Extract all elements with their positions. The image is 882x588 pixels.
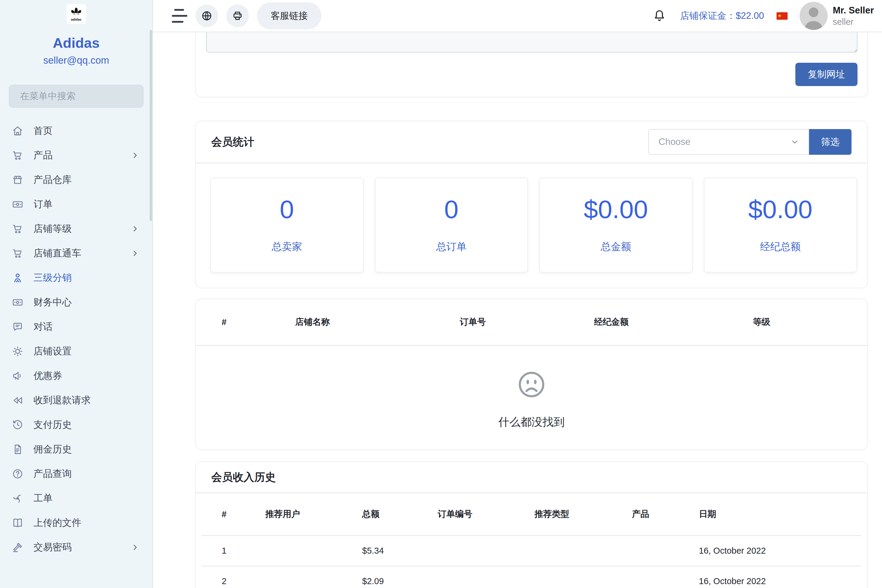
income-table-row: 1$5.3416, October 2022 [202, 536, 861, 566]
sidebar-item-label: 优惠券 [33, 369, 62, 382]
sidebar-item-13[interactable]: 佣金历史 [0, 437, 152, 462]
sidebar-item-label: 交易密码 [33, 541, 72, 554]
income-cell-type [534, 566, 632, 588]
broker-column-header: 店铺名称 [295, 299, 460, 345]
sidebar-item-0[interactable]: 首页 [0, 118, 152, 143]
megaphone-icon [12, 370, 23, 381]
stat-value: 0 [444, 196, 459, 222]
referral-url-textarea[interactable] [206, 32, 858, 52]
chevron-down-icon [790, 138, 799, 146]
sidebar-item-16[interactable]: 上传的文件 [0, 511, 152, 535]
history-icon [12, 419, 23, 430]
sidebar-item-14[interactable]: 产品查询 [0, 462, 152, 486]
stat-label: 总订单 [436, 240, 467, 254]
broker-column-header: 等级 [753, 299, 861, 345]
income-cell-user [266, 536, 362, 566]
stat-label: 经纪总额 [760, 240, 801, 254]
sidebar-item-15[interactable]: 工单 [0, 486, 152, 511]
broker-table-card: #店铺名称订单号经纪金额等级 什么都没找到 [195, 298, 868, 450]
empty-state-text: 什么都没找到 [498, 415, 565, 430]
chevron-right-icon [131, 151, 139, 159]
income-cell-index: 1 [202, 536, 266, 566]
sidebar: adidas Adidas seller@qq.com 首页产品产品仓库订单店铺… [0, 0, 153, 588]
income-table-wrap: #推荐用户总额订单编号推荐类型产品日期 1$5.3416, October 20… [196, 493, 867, 588]
home-icon [12, 125, 23, 136]
sidebar-item-1[interactable]: 产品 [0, 143, 152, 168]
adidas-trefoil-icon [70, 7, 82, 17]
topbar-right: 店铺保证金：$22.00 ★ Mr. Seller seller [652, 2, 874, 30]
broker-column-header: 经纪金额 [594, 299, 753, 345]
store-icon [12, 174, 23, 186]
chevron-right-icon [131, 543, 139, 552]
sidebar-scrollbar[interactable] [150, 30, 152, 221]
chevron-right-icon [131, 225, 139, 233]
sidebar-item-label: 财务中心 [33, 296, 72, 309]
income-column-header: 推荐用户 [266, 493, 362, 536]
sidebar-item-6[interactable]: 三级分销 [0, 266, 152, 290]
bell-icon[interactable] [652, 9, 666, 23]
content: 复制网址 会员统计 Choose 筛选 0总卖家0总订单$0.00总金额$0.0… [153, 32, 882, 588]
sidebar-item-label: 收到退款请求 [33, 394, 91, 407]
sidebar-item-label: 店铺直通车 [33, 247, 81, 260]
sidebar-item-17[interactable]: 交易密码 [0, 535, 152, 560]
language-button[interactable] [195, 4, 218, 27]
filter-button[interactable]: 筛选 [809, 129, 852, 155]
rewind-icon [12, 395, 23, 406]
sidebar-item-5[interactable]: 店铺直通车 [0, 241, 152, 266]
sidebar-item-label: 三级分销 [33, 271, 72, 285]
broker-table-header-row: #店铺名称订单号经纪金额等级 [202, 299, 861, 345]
sidebar-item-label: 店铺设置 [33, 345, 72, 358]
member-stats-title: 会员统计 [211, 135, 254, 149]
income-cell-index: 2 [202, 566, 266, 588]
income-table: #推荐用户总额订单编号推荐类型产品日期 1$5.3416, October 20… [202, 493, 861, 588]
income-cell-date: 16, October 2022 [699, 566, 861, 588]
sidebar-item-8[interactable]: 对话 [0, 315, 152, 339]
stat-value: $0.00 [584, 196, 648, 222]
sidebar-item-4[interactable]: 店铺等级 [0, 217, 152, 241]
income-cell-total: $2.09 [362, 566, 438, 588]
sidebar-item-10[interactable]: 优惠券 [0, 364, 152, 388]
banknote-icon [12, 199, 23, 210]
menu-toggle-icon[interactable] [172, 9, 188, 23]
brand-logo-word: adidas [71, 18, 82, 21]
income-column-header: 总额 [362, 493, 438, 536]
income-table-row: 2$2.0916, October 2022 [202, 566, 861, 588]
income-cell-order_no [438, 536, 534, 566]
income-column-header: # [202, 493, 266, 536]
sidebar-item-3[interactable]: 订单 [0, 192, 152, 217]
sidebar-item-7[interactable]: 财务中心 [0, 290, 152, 315]
support-link-button[interactable]: 客服链接 [257, 2, 321, 29]
sidebar-item-label: 工单 [33, 492, 52, 505]
shop-guarantee-link[interactable]: 店铺保证金：$22.00 [680, 9, 764, 22]
banknote-icon [12, 297, 23, 308]
sidebar-item-2[interactable]: 产品仓库 [0, 168, 152, 192]
chat-icon [12, 321, 23, 333]
sidebar-item-12[interactable]: 支付历史 [0, 412, 152, 437]
stat-value: 0 [280, 196, 294, 222]
filter-group: Choose 筛选 [648, 129, 852, 155]
income-cell-product [632, 536, 699, 566]
user-role: seller [833, 17, 874, 27]
stat-card-1: 0总订单 [375, 177, 528, 273]
income-column-header: 产品 [632, 493, 699, 536]
sidebar-item-11[interactable]: 收到退款请求 [0, 388, 152, 412]
copy-url-button[interactable]: 复制网址 [795, 63, 858, 86]
income-table-header-row: #推荐用户总额订单编号推荐类型产品日期 [202, 493, 861, 536]
stat-card-2: $0.00总金额 [539, 177, 693, 273]
china-flag-icon[interactable]: ★ [777, 12, 788, 20]
chevron-right-icon [131, 249, 139, 258]
user-info[interactable]: Mr. Seller seller [833, 5, 874, 27]
income-history-header: 会员收入历史 [196, 462, 867, 492]
menu-search-input[interactable] [9, 84, 144, 108]
url-actions: 复制网址 [206, 63, 858, 86]
sidebar-item-9[interactable]: 店铺设置 [0, 339, 152, 364]
avatar[interactable] [800, 2, 828, 30]
stat-label: 总金额 [600, 240, 631, 254]
filter-select[interactable]: Choose [648, 129, 809, 155]
print-button[interactable] [226, 4, 249, 27]
income-cell-user [266, 566, 362, 588]
app: adidas Adidas seller@qq.com 首页产品产品仓库订单店铺… [0, 0, 882, 588]
income-cell-product [632, 566, 699, 588]
income-column-header: 推荐类型 [534, 493, 632, 536]
file-icon [12, 444, 23, 455]
